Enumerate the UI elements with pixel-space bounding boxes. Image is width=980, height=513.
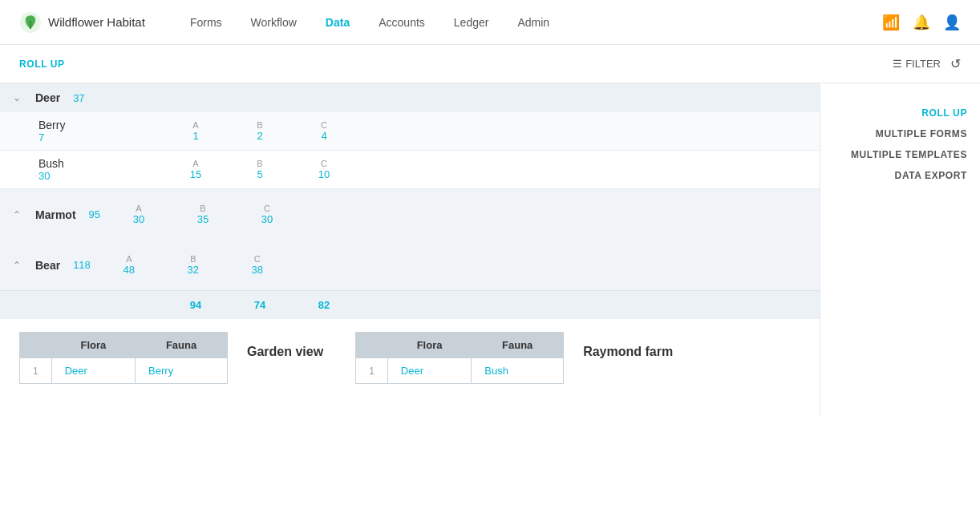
roll-up-label[interactable]: ROLL UP	[19, 59, 65, 70]
navbar: Wildflower Habitat Forms Workflow Data A…	[0, 0, 980, 45]
nav-data[interactable]: Data	[313, 10, 362, 35]
nav-forms[interactable]: Forms	[177, 10, 235, 35]
side-roll-up[interactable]: ROLL UP	[833, 103, 967, 123]
bottom-section: Flora Fauna 1 Deer Berry	[0, 319, 820, 416]
garden-fauna-cell: Berry	[136, 358, 228, 384]
filter-button[interactable]: ☰ FILTER	[893, 58, 941, 70]
garden-table: Flora Fauna 1 Deer Berry	[19, 332, 228, 384]
toolbar-left: ROLL UP	[19, 59, 65, 70]
user-icon[interactable]: 👤	[943, 14, 961, 31]
garden-flora-header: Flora	[51, 333, 135, 358]
berry-label-c: C	[321, 120, 327, 130]
raymond-view-label-block: Raymond farm	[583, 332, 673, 366]
toolbar-right: ☰ FILTER ↺	[893, 56, 961, 71]
berry-label-a: A	[192, 120, 198, 130]
bush-value-a: 15	[190, 168, 201, 180]
bush-col-a: A 15	[180, 159, 212, 180]
garden-table-container: Flora Fauna 1 Deer Berry	[19, 332, 228, 384]
garden-flora-cell: Deer	[51, 358, 135, 384]
side-multiple-forms[interactable]: MULTIPLE FORMS	[833, 123, 967, 144]
bush-label-c: C	[321, 159, 327, 168]
bush-col-c: C 10	[308, 159, 340, 180]
data-panel: ⌄ Deer 37 Berry 7 A 1 B 2	[0, 83, 820, 416]
chevron-deer[interactable]: ⌄	[13, 92, 26, 103]
wifi-icon: 📶	[882, 14, 900, 31]
group-marmot-count: 95	[89, 208, 100, 220]
nav-links: Forms Workflow Data Accounts Ledger Admi…	[177, 10, 882, 35]
bear-value-a: 48	[124, 264, 135, 276]
totals-group: 94 74 82	[167, 299, 353, 311]
row-bush: Bush 30 A 15 B 5 C 10	[0, 151, 820, 189]
side-data-export[interactable]: DATA EXPORT	[833, 165, 967, 186]
berry-name: Berry	[38, 119, 154, 131]
berry-col-a: A 1	[180, 120, 212, 142]
nav-admin[interactable]: Admin	[504, 10, 562, 35]
total-value-a: 94	[190, 299, 201, 311]
marmot-col-a: A 30	[123, 204, 155, 225]
main-content: ⌄ Deer 37 Berry 7 A 1 B 2	[0, 83, 980, 416]
garden-fauna-header: Fauna	[136, 333, 228, 358]
garden-view-label: Garden view	[247, 338, 323, 366]
group-deer: ⌄ Deer 37 Berry 7 A 1 B 2	[0, 83, 820, 189]
group-marmot-name: Marmot	[35, 208, 76, 221]
raymond-flora-header: Flora	[387, 333, 471, 358]
side-panel: ROLL UP MULTIPLE FORMS MULTIPLE TEMPLATE…	[820, 83, 980, 416]
bear-col-b: B 32	[177, 254, 209, 276]
marmot-value-a: 30	[133, 213, 144, 225]
berry-value-b: 2	[257, 130, 262, 142]
berry-name-cell: Berry 7	[38, 112, 167, 150]
raymond-row-num: 1	[356, 358, 388, 384]
group-bear: ⌃ Bear 118 A 48 B 32 C 38	[0, 240, 820, 290]
nav-workflow[interactable]: Workflow	[238, 10, 310, 35]
berry-cols: A 1 B 2 C 4	[167, 114, 353, 148]
bush-label-b: B	[257, 159, 262, 168]
group-marmot: ⌃ Marmot 95 A 30 B 35 C 30	[0, 189, 820, 240]
nav-accounts[interactable]: Accounts	[366, 10, 438, 35]
raymond-fauna-header: Fauna	[472, 333, 564, 358]
group-bear-name: Bear	[35, 259, 60, 272]
bear-cols: A 48 B 32 C 38	[100, 248, 286, 282]
group-deer-count: 37	[73, 92, 84, 104]
berry-col-b: B 2	[244, 120, 276, 142]
marmot-label-a: A	[136, 204, 141, 213]
bush-count: 30	[38, 170, 154, 182]
brand-name: Wildflower Habitat	[48, 15, 145, 29]
refresh-button[interactable]: ↺	[950, 56, 961, 71]
group-deer-header[interactable]: ⌄ Deer 37	[0, 83, 820, 112]
bear-col-c: C 38	[241, 254, 273, 276]
raymond-table-row: 1 Deer Bush	[356, 358, 564, 384]
bear-label-b: B	[190, 254, 196, 264]
row-berry: Berry 7 A 1 B 2 C 4	[0, 112, 820, 151]
filter-icon: ☰	[893, 58, 902, 70]
raymond-flora-cell: Deer	[387, 358, 471, 384]
nav-icons: 📶 🔔 👤	[882, 14, 961, 31]
bush-label-a: A	[192, 159, 198, 168]
chevron-bear[interactable]: ⌃	[13, 260, 26, 271]
raymond-view-block: Flora Fauna 1 Deer Bush	[355, 332, 673, 384]
group-deer-name: Deer	[35, 91, 60, 104]
group-bear-header[interactable]: ⌃ Bear 118 A 48 B 32 C 38	[0, 240, 820, 290]
marmot-value-b: 35	[197, 213, 209, 225]
marmot-cols: A 30 B 35 C 30	[110, 197, 296, 232]
brand: Wildflower Habitat	[19, 11, 145, 34]
bear-label-c: C	[254, 254, 261, 264]
garden-table-header: Flora Fauna	[20, 333, 228, 358]
berry-value-c: 4	[321, 130, 326, 142]
group-marmot-header[interactable]: ⌃ Marmot 95 A 30 B 35 C 30	[0, 189, 820, 240]
marmot-label-c: C	[264, 204, 270, 213]
total-c: 82	[308, 299, 340, 311]
totals-row: 94 74 82	[0, 290, 820, 319]
raymond-fauna-cell: Bush	[472, 358, 564, 384]
brand-logo	[19, 11, 42, 34]
marmot-value-c: 30	[261, 213, 273, 225]
bush-value-c: 10	[318, 168, 330, 180]
raymond-table-container: Flora Fauna 1 Deer Bush	[355, 332, 564, 384]
berry-value-a: 1	[192, 130, 198, 142]
chevron-marmot[interactable]: ⌃	[13, 209, 26, 220]
bush-name: Bush	[38, 157, 154, 170]
bell-icon[interactable]: 🔔	[913, 14, 930, 31]
garden-table-row: 1 Deer Berry	[20, 358, 228, 384]
side-multiple-templates[interactable]: MULTIPLE TEMPLATES	[833, 144, 967, 165]
nav-ledger[interactable]: Ledger	[441, 10, 502, 35]
group-bear-count: 118	[73, 259, 91, 271]
